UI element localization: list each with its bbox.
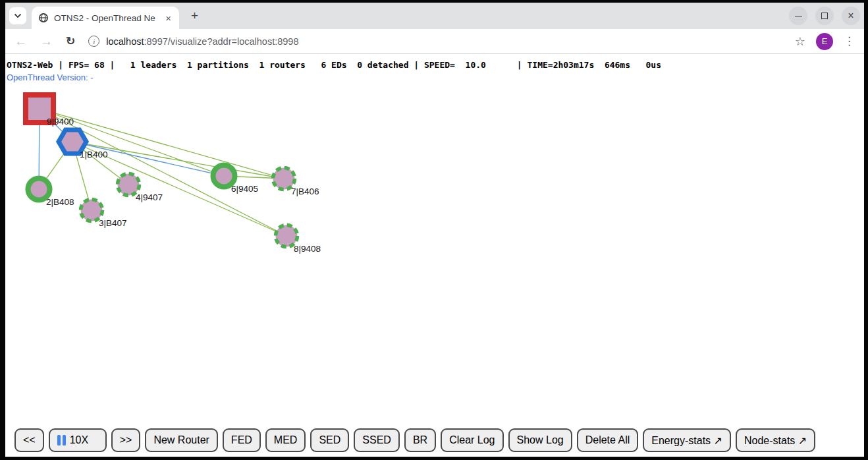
- speed-down-button-label: <<: [23, 434, 36, 446]
- forward-button[interactable]: →: [40, 35, 53, 47]
- add-med-button-label: MED: [274, 434, 298, 446]
- add-med-button[interactable]: MED: [265, 428, 306, 452]
- clear-log-button[interactable]: Clear Log: [441, 428, 503, 452]
- screen-frame: OTNS2 - OpenThread Ne × + × ← → ↻ i loca…: [0, 0, 868, 460]
- node-label: 4|9407: [136, 192, 163, 202]
- profile-avatar[interactable]: E: [816, 33, 833, 50]
- add-fed-button-label: FED: [231, 434, 252, 446]
- browser-window: OTNS2 - OpenThread Ne × + × ← → ↻ i loca…: [5, 3, 864, 457]
- pause-icon: [57, 435, 66, 446]
- new-router-button[interactable]: New Router: [145, 428, 217, 452]
- link-1|B400-7|B406: [72, 142, 284, 179]
- energy-stats-button-label: Energy-stats ↗: [651, 434, 722, 447]
- node-4-9407[interactable]: 4|9407: [118, 174, 163, 203]
- node-label: 7|B406: [291, 187, 319, 196]
- energy-stats-button[interactable]: Energy-stats ↗: [643, 428, 731, 452]
- add-sed-button-label: SED: [319, 434, 340, 446]
- reload-button[interactable]: ↻: [66, 36, 75, 47]
- url-bar-actions: ☆ E ⋮: [795, 33, 855, 50]
- add-fed-button[interactable]: FED: [223, 428, 261, 452]
- node-8-9408[interactable]: 8|9408: [276, 225, 321, 254]
- minimize-icon: [795, 16, 802, 16]
- speed-down-button[interactable]: <<: [14, 428, 44, 452]
- node-label: 8|9408: [294, 244, 321, 254]
- clear-log-button-label: Clear Log: [449, 434, 495, 446]
- close-button[interactable]: ×: [842, 7, 860, 25]
- minimize-button[interactable]: [789, 7, 807, 25]
- url-host: localhost: [106, 36, 144, 47]
- node-stats-button[interactable]: Node-stats ↗: [736, 428, 815, 452]
- url-path: :8997/visualize?addr=localhost:8998: [144, 36, 298, 47]
- address-field[interactable]: i localhost:8997/visualize?addr=localhos…: [88, 36, 782, 47]
- node-label: 9|9400: [47, 117, 74, 127]
- delete-all-button[interactable]: Delete All: [577, 428, 639, 452]
- node-3-B407[interactable]: 3|B407: [81, 200, 127, 229]
- pause-speed-button-label: 10X: [70, 434, 88, 446]
- add-ssed-button-label: SSED: [362, 434, 391, 446]
- globe-icon: [38, 13, 49, 23]
- new-tab-button[interactable]: +: [186, 9, 203, 23]
- node-2-B408[interactable]: 2|B408: [28, 179, 74, 208]
- browser-menu-icon[interactable]: ⋮: [844, 34, 855, 48]
- tab-search-button[interactable]: [9, 7, 26, 24]
- delete-all-button-label: Delete All: [585, 434, 630, 446]
- node-stats-button-label: Node-stats ↗: [744, 434, 807, 447]
- url-text: localhost:8997/visualize?addr=localhost:…: [106, 36, 298, 47]
- show-log-button-label: Show Log: [517, 434, 564, 446]
- url-bar: ← → ↻ i localhost:8997/visualize?addr=lo…: [5, 29, 864, 54]
- node-label: 3|B407: [99, 218, 127, 228]
- node-1-B400[interactable]: 1|B400: [59, 130, 108, 159]
- add-br-button-label: BR: [413, 434, 427, 446]
- speed-up-button-label: >>: [120, 434, 132, 446]
- node-7-B406[interactable]: 7|B406: [273, 168, 319, 197]
- bottom-toolbar: <<10X>>New RouterFEDMEDSEDSSEDBRClear Lo…: [5, 424, 864, 457]
- show-log-button[interactable]: Show Log: [508, 428, 572, 452]
- node-label: 1|B400: [80, 150, 108, 159]
- node-9-9400[interactable]: 9|9400: [26, 95, 74, 127]
- maximize-icon: [821, 13, 828, 19]
- add-br-button[interactable]: BR: [404, 428, 436, 452]
- add-ssed-button[interactable]: SSED: [354, 428, 400, 452]
- network-canvas[interactable]: 9|94001|B4002|B4083|B4074|94076|94057|B4…: [5, 54, 864, 457]
- new-router-button-label: New Router: [153, 434, 209, 446]
- chevron-down-icon: [14, 13, 22, 18]
- site-info-icon[interactable]: i: [88, 36, 99, 47]
- bookmark-star-icon[interactable]: ☆: [795, 34, 805, 49]
- tab-title: OTNS2 - OpenThread Ne: [54, 13, 163, 23]
- otns-page: 9|94001|B4002|B4083|B4074|94076|94057|B4…: [5, 54, 864, 457]
- pause-speed-button[interactable]: 10X: [49, 428, 107, 452]
- maximize-button[interactable]: [815, 7, 834, 25]
- close-icon: ×: [848, 11, 854, 21]
- node-label: 6|9405: [231, 184, 258, 194]
- tab-strip: OTNS2 - OpenThread Ne × + ×: [5, 3, 864, 29]
- node-label: 2|B408: [46, 197, 74, 207]
- back-button[interactable]: ←: [14, 35, 27, 47]
- window-controls: ×: [789, 7, 860, 25]
- speed-up-button[interactable]: >>: [111, 428, 141, 452]
- add-sed-button[interactable]: SED: [310, 428, 349, 452]
- browser-tab[interactable]: OTNS2 - OpenThread Ne ×: [32, 7, 179, 29]
- tab-close-button[interactable]: ×: [163, 13, 174, 24]
